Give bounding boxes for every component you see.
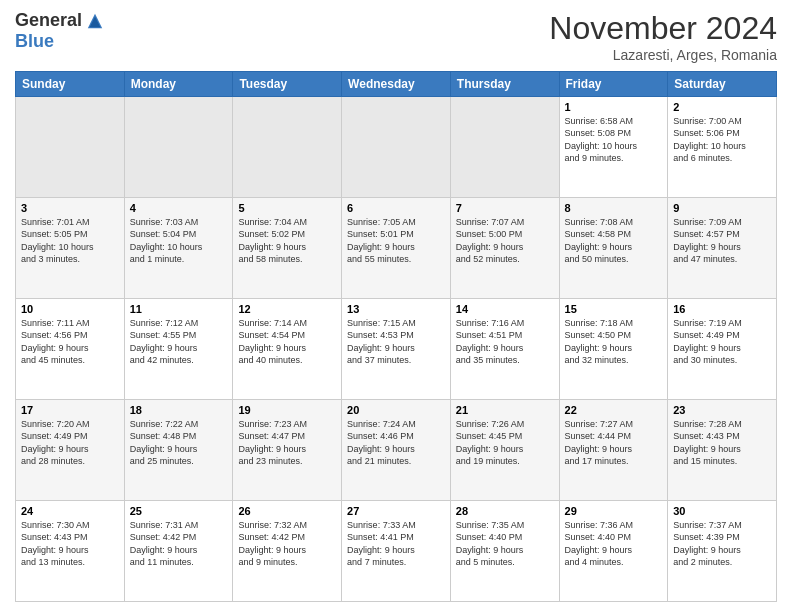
day-number: 30 [673,504,771,518]
logo-general-text: General [15,10,82,31]
calendar-cell: 6Sunrise: 7:05 AM Sunset: 5:01 PM Daylig… [342,198,451,299]
day-number: 3 [21,201,119,215]
day-info: Sunrise: 7:14 AM Sunset: 4:54 PM Dayligh… [238,317,336,366]
calendar-cell: 14Sunrise: 7:16 AM Sunset: 4:51 PM Dayli… [450,299,559,400]
calendar-cell: 26Sunrise: 7:32 AM Sunset: 4:42 PM Dayli… [233,501,342,602]
logo-icon [86,12,104,30]
title-section: November 2024 Lazaresti, Arges, Romania [549,10,777,63]
calendar-cell: 12Sunrise: 7:14 AM Sunset: 4:54 PM Dayli… [233,299,342,400]
calendar-cell: 25Sunrise: 7:31 AM Sunset: 4:42 PM Dayli… [124,501,233,602]
calendar-cell: 10Sunrise: 7:11 AM Sunset: 4:56 PM Dayli… [16,299,125,400]
day-number: 10 [21,302,119,316]
day-number: 12 [238,302,336,316]
calendar-cell: 1Sunrise: 6:58 AM Sunset: 5:08 PM Daylig… [559,97,668,198]
day-info: Sunrise: 7:07 AM Sunset: 5:00 PM Dayligh… [456,216,554,265]
calendar-cell [342,97,451,198]
day-number: 22 [565,403,663,417]
calendar-cell: 21Sunrise: 7:26 AM Sunset: 4:45 PM Dayli… [450,400,559,501]
day-number: 2 [673,100,771,114]
day-number: 17 [21,403,119,417]
calendar-week-row-1: 1Sunrise: 6:58 AM Sunset: 5:08 PM Daylig… [16,97,777,198]
calendar-header-row: Sunday Monday Tuesday Wednesday Thursday… [16,72,777,97]
month-title: November 2024 [549,10,777,47]
day-number: 19 [238,403,336,417]
col-wednesday: Wednesday [342,72,451,97]
day-info: Sunrise: 7:31 AM Sunset: 4:42 PM Dayligh… [130,519,228,568]
calendar-cell [233,97,342,198]
day-number: 5 [238,201,336,215]
calendar-cell: 29Sunrise: 7:36 AM Sunset: 4:40 PM Dayli… [559,501,668,602]
logo-blue-text: Blue [15,31,54,52]
day-info: Sunrise: 7:37 AM Sunset: 4:39 PM Dayligh… [673,519,771,568]
col-monday: Monday [124,72,233,97]
day-number: 20 [347,403,445,417]
day-number: 24 [21,504,119,518]
day-info: Sunrise: 7:18 AM Sunset: 4:50 PM Dayligh… [565,317,663,366]
day-info: Sunrise: 7:36 AM Sunset: 4:40 PM Dayligh… [565,519,663,568]
calendar-cell [450,97,559,198]
calendar-cell: 19Sunrise: 7:23 AM Sunset: 4:47 PM Dayli… [233,400,342,501]
day-number: 8 [565,201,663,215]
calendar-cell: 3Sunrise: 7:01 AM Sunset: 5:05 PM Daylig… [16,198,125,299]
calendar-cell: 24Sunrise: 7:30 AM Sunset: 4:43 PM Dayli… [16,501,125,602]
col-thursday: Thursday [450,72,559,97]
day-info: Sunrise: 7:24 AM Sunset: 4:46 PM Dayligh… [347,418,445,467]
day-number: 28 [456,504,554,518]
day-number: 6 [347,201,445,215]
day-info: Sunrise: 7:20 AM Sunset: 4:49 PM Dayligh… [21,418,119,467]
day-info: Sunrise: 7:23 AM Sunset: 4:47 PM Dayligh… [238,418,336,467]
day-number: 26 [238,504,336,518]
day-info: Sunrise: 7:35 AM Sunset: 4:40 PM Dayligh… [456,519,554,568]
day-number: 18 [130,403,228,417]
day-info: Sunrise: 7:27 AM Sunset: 4:44 PM Dayligh… [565,418,663,467]
calendar-week-row-5: 24Sunrise: 7:30 AM Sunset: 4:43 PM Dayli… [16,501,777,602]
day-number: 16 [673,302,771,316]
calendar-cell: 16Sunrise: 7:19 AM Sunset: 4:49 PM Dayli… [668,299,777,400]
calendar-cell: 13Sunrise: 7:15 AM Sunset: 4:53 PM Dayli… [342,299,451,400]
day-number: 13 [347,302,445,316]
logo: General Blue [15,10,104,52]
calendar-cell [16,97,125,198]
day-info: Sunrise: 7:04 AM Sunset: 5:02 PM Dayligh… [238,216,336,265]
calendar-cell: 15Sunrise: 7:18 AM Sunset: 4:50 PM Dayli… [559,299,668,400]
day-number: 4 [130,201,228,215]
day-info: Sunrise: 7:33 AM Sunset: 4:41 PM Dayligh… [347,519,445,568]
calendar-week-row-2: 3Sunrise: 7:01 AM Sunset: 5:05 PM Daylig… [16,198,777,299]
calendar-week-row-4: 17Sunrise: 7:20 AM Sunset: 4:49 PM Dayli… [16,400,777,501]
calendar-cell: 11Sunrise: 7:12 AM Sunset: 4:55 PM Dayli… [124,299,233,400]
day-info: Sunrise: 7:01 AM Sunset: 5:05 PM Dayligh… [21,216,119,265]
day-info: Sunrise: 7:03 AM Sunset: 5:04 PM Dayligh… [130,216,228,265]
col-saturday: Saturday [668,72,777,97]
calendar-cell: 9Sunrise: 7:09 AM Sunset: 4:57 PM Daylig… [668,198,777,299]
calendar-cell: 8Sunrise: 7:08 AM Sunset: 4:58 PM Daylig… [559,198,668,299]
day-number: 11 [130,302,228,316]
day-info: Sunrise: 7:30 AM Sunset: 4:43 PM Dayligh… [21,519,119,568]
day-info: Sunrise: 7:00 AM Sunset: 5:06 PM Dayligh… [673,115,771,164]
day-number: 29 [565,504,663,518]
day-info: Sunrise: 7:26 AM Sunset: 4:45 PM Dayligh… [456,418,554,467]
calendar-cell: 22Sunrise: 7:27 AM Sunset: 4:44 PM Dayli… [559,400,668,501]
day-info: Sunrise: 7:16 AM Sunset: 4:51 PM Dayligh… [456,317,554,366]
location-subtitle: Lazaresti, Arges, Romania [549,47,777,63]
calendar-cell: 2Sunrise: 7:00 AM Sunset: 5:06 PM Daylig… [668,97,777,198]
col-friday: Friday [559,72,668,97]
day-number: 25 [130,504,228,518]
calendar-week-row-3: 10Sunrise: 7:11 AM Sunset: 4:56 PM Dayli… [16,299,777,400]
day-info: Sunrise: 7:12 AM Sunset: 4:55 PM Dayligh… [130,317,228,366]
calendar-cell: 18Sunrise: 7:22 AM Sunset: 4:48 PM Dayli… [124,400,233,501]
day-number: 9 [673,201,771,215]
day-info: Sunrise: 7:22 AM Sunset: 4:48 PM Dayligh… [130,418,228,467]
day-info: Sunrise: 7:08 AM Sunset: 4:58 PM Dayligh… [565,216,663,265]
day-number: 21 [456,403,554,417]
day-number: 15 [565,302,663,316]
calendar-cell: 4Sunrise: 7:03 AM Sunset: 5:04 PM Daylig… [124,198,233,299]
day-info: Sunrise: 7:19 AM Sunset: 4:49 PM Dayligh… [673,317,771,366]
calendar-cell: 30Sunrise: 7:37 AM Sunset: 4:39 PM Dayli… [668,501,777,602]
calendar-table: Sunday Monday Tuesday Wednesday Thursday… [15,71,777,602]
calendar-cell: 20Sunrise: 7:24 AM Sunset: 4:46 PM Dayli… [342,400,451,501]
day-number: 1 [565,100,663,114]
calendar-cell: 5Sunrise: 7:04 AM Sunset: 5:02 PM Daylig… [233,198,342,299]
calendar-cell: 23Sunrise: 7:28 AM Sunset: 4:43 PM Dayli… [668,400,777,501]
col-sunday: Sunday [16,72,125,97]
day-number: 27 [347,504,445,518]
